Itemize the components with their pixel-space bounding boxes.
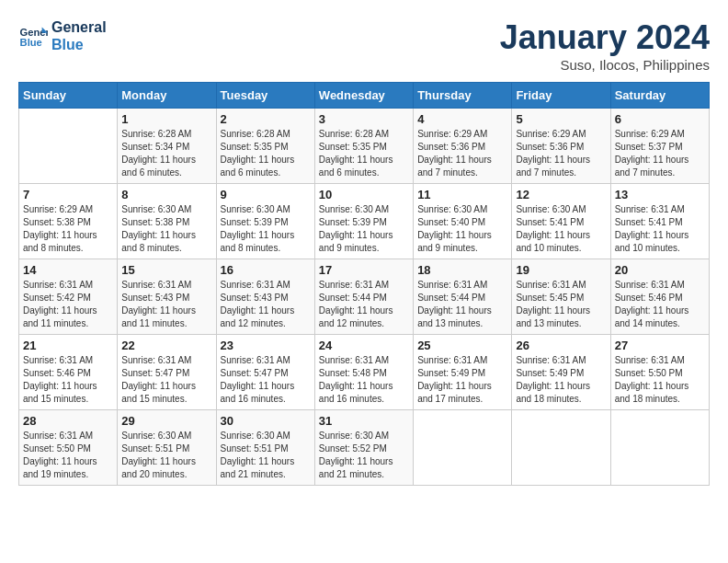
day-number: 4: [417, 112, 507, 126]
calendar-cell: 16Sunrise: 6:31 AM Sunset: 5:43 PM Dayli…: [216, 259, 314, 335]
calendar-cell: 5Sunrise: 6:29 AM Sunset: 5:36 PM Daylig…: [512, 109, 610, 184]
day-info: Sunrise: 6:31 AM Sunset: 5:50 PM Dayligh…: [615, 354, 705, 406]
calendar-cell: 8Sunrise: 6:30 AM Sunset: 5:38 PM Daylig…: [118, 184, 216, 259]
calendar-week-4: 21Sunrise: 6:31 AM Sunset: 5:46 PM Dayli…: [19, 335, 710, 410]
day-info: Sunrise: 6:31 AM Sunset: 5:49 PM Dayligh…: [516, 354, 606, 406]
day-info: Sunrise: 6:31 AM Sunset: 5:47 PM Dayligh…: [121, 354, 211, 406]
calendar-cell: 7Sunrise: 6:29 AM Sunset: 5:38 PM Daylig…: [19, 184, 118, 259]
day-info: Sunrise: 6:31 AM Sunset: 5:49 PM Dayligh…: [417, 354, 507, 406]
calendar-cell: 4Sunrise: 6:29 AM Sunset: 5:36 PM Daylig…: [414, 109, 512, 184]
day-number: 11: [417, 188, 507, 201]
day-number: 31: [319, 414, 409, 428]
day-info: Sunrise: 6:31 AM Sunset: 5:46 PM Dayligh…: [615, 279, 705, 330]
day-number: 6: [615, 112, 705, 126]
logo-blue: Blue: [51, 36, 107, 53]
calendar-cell: 24Sunrise: 6:31 AM Sunset: 5:48 PM Dayli…: [314, 335, 413, 410]
day-number: 5: [516, 112, 606, 126]
logo: General Blue General Blue: [18, 18, 107, 53]
day-number: 26: [516, 339, 606, 352]
page-header: General Blue General Blue January 2024 S…: [18, 18, 710, 73]
day-number: 16: [221, 263, 311, 277]
day-number: 30: [221, 414, 311, 428]
day-number: 29: [121, 414, 211, 428]
day-number: 20: [615, 263, 705, 277]
calendar-title: January 2024: [500, 18, 710, 57]
calendar-cell: 28Sunrise: 6:31 AM Sunset: 5:50 PM Dayli…: [19, 410, 118, 486]
day-header-sunday: Sunday: [19, 83, 118, 109]
day-info: Sunrise: 6:29 AM Sunset: 5:36 PM Dayligh…: [516, 128, 606, 179]
day-number: 1: [121, 112, 211, 126]
day-number: 19: [516, 263, 606, 277]
day-number: 2: [221, 112, 311, 126]
calendar-cell: 6Sunrise: 6:29 AM Sunset: 5:37 PM Daylig…: [610, 109, 709, 184]
logo-general: General: [51, 18, 107, 36]
calendar-cell: 17Sunrise: 6:31 AM Sunset: 5:44 PM Dayli…: [314, 259, 413, 335]
day-number: 25: [417, 339, 507, 352]
calendar-cell: 3Sunrise: 6:28 AM Sunset: 5:35 PM Daylig…: [314, 109, 413, 184]
day-info: Sunrise: 6:28 AM Sunset: 5:35 PM Dayligh…: [319, 128, 409, 179]
calendar-cell: 13Sunrise: 6:31 AM Sunset: 5:41 PM Dayli…: [610, 184, 709, 259]
day-info: Sunrise: 6:30 AM Sunset: 5:38 PM Dayligh…: [121, 203, 211, 255]
day-number: 17: [319, 263, 409, 277]
day-number: 12: [516, 188, 606, 201]
day-number: 9: [221, 188, 311, 201]
day-info: Sunrise: 6:29 AM Sunset: 5:37 PM Dayligh…: [615, 128, 705, 179]
day-info: Sunrise: 6:30 AM Sunset: 5:40 PM Dayligh…: [417, 203, 507, 255]
calendar-cell: 18Sunrise: 6:31 AM Sunset: 5:44 PM Dayli…: [414, 259, 512, 335]
day-info: Sunrise: 6:30 AM Sunset: 5:52 PM Dayligh…: [319, 430, 409, 481]
day-info: Sunrise: 6:31 AM Sunset: 5:50 PM Dayligh…: [23, 430, 113, 481]
calendar-subtitle: Suso, Ilocos, Philippines: [500, 57, 710, 73]
calendar-cell: 31Sunrise: 6:30 AM Sunset: 5:52 PM Dayli…: [314, 410, 413, 486]
day-info: Sunrise: 6:30 AM Sunset: 5:41 PM Dayligh…: [516, 203, 606, 255]
day-number: 13: [615, 188, 705, 201]
calendar-cell: 9Sunrise: 6:30 AM Sunset: 5:39 PM Daylig…: [216, 184, 314, 259]
day-info: Sunrise: 6:31 AM Sunset: 5:43 PM Dayligh…: [121, 279, 211, 330]
day-info: Sunrise: 6:31 AM Sunset: 5:47 PM Dayligh…: [221, 354, 311, 406]
calendar-cell: 22Sunrise: 6:31 AM Sunset: 5:47 PM Dayli…: [118, 335, 216, 410]
day-info: Sunrise: 6:29 AM Sunset: 5:36 PM Dayligh…: [417, 128, 507, 179]
day-number: 21: [23, 339, 113, 352]
day-number: 10: [319, 188, 409, 201]
calendar-cell: 29Sunrise: 6:30 AM Sunset: 5:51 PM Dayli…: [118, 410, 216, 486]
day-info: Sunrise: 6:31 AM Sunset: 5:46 PM Dayligh…: [23, 354, 113, 406]
day-info: Sunrise: 6:29 AM Sunset: 5:38 PM Dayligh…: [23, 203, 113, 255]
calendar-cell: 15Sunrise: 6:31 AM Sunset: 5:43 PM Dayli…: [118, 259, 216, 335]
day-header-tuesday: Tuesday: [216, 83, 314, 109]
calendar-table: SundayMondayTuesdayWednesdayThursdayFrid…: [18, 82, 710, 486]
day-header-friday: Friday: [512, 83, 610, 109]
calendar-cell: 14Sunrise: 6:31 AM Sunset: 5:42 PM Dayli…: [19, 259, 118, 335]
day-info: Sunrise: 6:31 AM Sunset: 5:44 PM Dayligh…: [319, 279, 409, 330]
calendar-cell: 21Sunrise: 6:31 AM Sunset: 5:46 PM Dayli…: [19, 335, 118, 410]
calendar-cell: 2Sunrise: 6:28 AM Sunset: 5:35 PM Daylig…: [216, 109, 314, 184]
calendar-week-3: 14Sunrise: 6:31 AM Sunset: 5:42 PM Dayli…: [19, 259, 710, 335]
calendar-cell: 19Sunrise: 6:31 AM Sunset: 5:45 PM Dayli…: [512, 259, 610, 335]
day-info: Sunrise: 6:30 AM Sunset: 5:51 PM Dayligh…: [121, 430, 211, 481]
calendar-cell: 11Sunrise: 6:30 AM Sunset: 5:40 PM Dayli…: [414, 184, 512, 259]
calendar-cell: 12Sunrise: 6:30 AM Sunset: 5:41 PM Dayli…: [512, 184, 610, 259]
calendar-week-5: 28Sunrise: 6:31 AM Sunset: 5:50 PM Dayli…: [19, 410, 710, 486]
day-number: 7: [23, 188, 113, 201]
day-info: Sunrise: 6:30 AM Sunset: 5:39 PM Dayligh…: [221, 203, 311, 255]
logo-icon: General Blue: [18, 21, 48, 51]
calendar-week-1: 1Sunrise: 6:28 AM Sunset: 5:34 PM Daylig…: [19, 109, 710, 184]
day-info: Sunrise: 6:28 AM Sunset: 5:34 PM Dayligh…: [121, 128, 211, 179]
day-number: 14: [23, 263, 113, 277]
calendar-cell: [19, 109, 118, 184]
calendar-cell: 10Sunrise: 6:30 AM Sunset: 5:39 PM Dayli…: [314, 184, 413, 259]
calendar-cell: 27Sunrise: 6:31 AM Sunset: 5:50 PM Dayli…: [610, 335, 709, 410]
day-info: Sunrise: 6:30 AM Sunset: 5:39 PM Dayligh…: [319, 203, 409, 255]
calendar-cell: 30Sunrise: 6:30 AM Sunset: 5:51 PM Dayli…: [216, 410, 314, 486]
day-info: Sunrise: 6:31 AM Sunset: 5:48 PM Dayligh…: [319, 354, 409, 406]
day-header-saturday: Saturday: [610, 83, 709, 109]
calendar-cell: 25Sunrise: 6:31 AM Sunset: 5:49 PM Dayli…: [414, 335, 512, 410]
calendar-cell: 20Sunrise: 6:31 AM Sunset: 5:46 PM Dayli…: [610, 259, 709, 335]
day-number: 28: [23, 414, 113, 428]
day-info: Sunrise: 6:28 AM Sunset: 5:35 PM Dayligh…: [221, 128, 311, 179]
day-number: 23: [221, 339, 311, 352]
svg-text:Blue: Blue: [20, 37, 42, 48]
day-number: 18: [417, 263, 507, 277]
day-number: 22: [121, 339, 211, 352]
day-number: 24: [319, 339, 409, 352]
day-info: Sunrise: 6:31 AM Sunset: 5:44 PM Dayligh…: [417, 279, 507, 330]
day-header-thursday: Thursday: [414, 83, 512, 109]
